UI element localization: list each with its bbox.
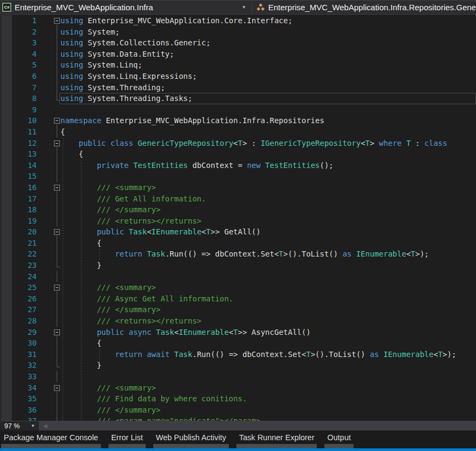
- containing-type-dropdown[interactable]: Enterprise_MVC_WebApplication.Infra.Repo…: [252, 1, 476, 14]
- horizontal-scrollbar[interactable]: ◀: [39, 421, 476, 430]
- code-line[interactable]: 9: [0, 104, 476, 116]
- code-text: [60, 104, 476, 116]
- code-line[interactable]: 1using Enterprise_MVC_WebApplication.Cor…: [0, 15, 476, 26]
- code-line[interactable]: 35 /// Find data by where conitions.: [0, 393, 476, 405]
- code-text: private TestEntities dbContext = new Tes…: [60, 160, 476, 171]
- code-line[interactable]: 3using System.Collections.Generic;: [0, 37, 476, 49]
- panel-tab-error-list[interactable]: Error List: [108, 430, 146, 448]
- code-line[interactable]: 5using System.Linq;: [0, 59, 476, 71]
- code-line[interactable]: 19 /// <returns></returns>: [0, 216, 476, 227]
- vs-editor-window: C# Enterprise_MVC_WebApplication.Infra ▼…: [0, 0, 476, 451]
- code-lines: 1using Enterprise_MVC_WebApplication.Cor…: [0, 15, 476, 421]
- code-text: /// <summary>: [60, 382, 476, 394]
- code-line[interactable]: 23 }: [0, 260, 476, 271]
- code-line[interactable]: 37 /// <param name="predicate"></param>: [0, 415, 476, 421]
- indicator-margin[interactable]: [0, 15, 12, 421]
- scroll-left-arrow-icon[interactable]: ◀: [43, 423, 47, 429]
- code-line[interactable]: 22 return Task.Run(() => dbContext.Set<T…: [0, 248, 476, 260]
- outline-margin: [37, 304, 60, 315]
- panel-tab-underlay: [1, 444, 101, 448]
- code-text: /// Get All information.: [60, 193, 476, 205]
- outline-margin: [37, 393, 60, 405]
- fold-collapse-toggle[interactable]: [37, 327, 60, 338]
- project-dropdown[interactable]: C# Enterprise_MVC_WebApplication.Infra ▼: [0, 1, 251, 14]
- panel-tab-output[interactable]: Output: [324, 430, 353, 448]
- code-text: public class GenericTypeRepository<T> : …: [60, 138, 476, 149]
- panel-tab-label: Package Manager Console: [1, 430, 101, 444]
- code-editor[interactable]: 1using Enterprise_MVC_WebApplication.Cor…: [0, 15, 476, 421]
- code-text: /// <summary>: [60, 182, 476, 193]
- fold-collapse-toggle[interactable]: [37, 382, 60, 394]
- code-text: using System;: [60, 26, 476, 38]
- code-text: using System.Linq.Expressions;: [60, 71, 476, 82]
- csharp-project-icon: C#: [2, 3, 11, 12]
- outline-margin: [37, 171, 60, 182]
- code-line[interactable]: 26 /// Async Get All information.: [0, 293, 476, 305]
- code-line[interactable]: 10namespace Enterprise_MVC_WebApplicatio…: [0, 115, 476, 126]
- code-line[interactable]: 25 /// <summary>: [0, 282, 476, 293]
- project-dropdown-label: Enterprise_MVC_WebApplication.Infra: [15, 3, 153, 12]
- code-line[interactable]: 24: [0, 271, 476, 282]
- chevron-down-icon[interactable]: ▼: [31, 423, 35, 428]
- panel-tab-task-runner-explorer[interactable]: Task Runner Explorer: [236, 430, 317, 448]
- fold-collapse-toggle[interactable]: [37, 115, 60, 126]
- code-line[interactable]: 11{: [0, 126, 476, 138]
- code-line[interactable]: 2using System;: [0, 26, 476, 38]
- code-line[interactable]: 32 }: [0, 360, 476, 371]
- code-line[interactable]: 18 /// </summary>: [0, 204, 476, 216]
- code-text: [60, 171, 476, 182]
- outline-margin: [37, 26, 60, 38]
- code-line[interactable]: 28 /// <returns></returns>: [0, 315, 476, 327]
- outline-margin: [37, 338, 60, 349]
- outline-margin: [37, 293, 60, 305]
- code-line[interactable]: 6using System.Linq.Expressions;: [0, 71, 476, 82]
- code-text: namespace Enterprise_MVC_WebApplication.…: [60, 115, 476, 126]
- code-text: return Task.Run(() => dbContext.Set<T>()…: [60, 248, 476, 260]
- fold-collapse-toggle[interactable]: [37, 182, 60, 193]
- fold-collapse-toggle[interactable]: [37, 282, 60, 293]
- code-line[interactable]: 4using System.Data.Entity;: [0, 49, 476, 60]
- outline-margin: [37, 349, 60, 360]
- editor-bottom-bar: 97 % ▼ ◀: [0, 421, 476, 430]
- zoom-combobox[interactable]: 97 % ▼: [0, 421, 39, 430]
- code-text: [60, 371, 476, 382]
- code-text: using System.Threading;: [60, 82, 476, 93]
- code-line[interactable]: 14 private TestEntities dbContext = new …: [0, 160, 476, 171]
- code-line[interactable]: 16 /// <summary>: [0, 182, 476, 193]
- outline-margin: [37, 49, 60, 60]
- code-line[interactable]: 27 /// </summary>: [0, 304, 476, 315]
- code-text: /// </summary>: [60, 405, 476, 416]
- code-text: public Task<IEnumerable<T>> GetAll(): [60, 226, 476, 238]
- chevron-down-icon[interactable]: ▼: [242, 5, 246, 10]
- panel-tab-web-publish-activity[interactable]: Web Publish Activity: [153, 430, 229, 448]
- code-line[interactable]: 17 /// Get All information.: [0, 193, 476, 205]
- outline-margin: [37, 371, 60, 382]
- code-line[interactable]: 29 public async Task<IEnumerable<T>> Asy…: [0, 327, 476, 338]
- code-line[interactable]: 31 return await Task.Run(() => dbContext…: [0, 349, 476, 360]
- code-line[interactable]: 7using System.Threading;: [0, 82, 476, 93]
- outline-margin: [37, 405, 60, 416]
- code-text: using System.Threading.Tasks;: [60, 93, 476, 104]
- code-line[interactable]: 21 {: [0, 238, 476, 249]
- code-line[interactable]: 8using System.Threading.Tasks;: [0, 93, 476, 104]
- fold-collapse-toggle[interactable]: [37, 138, 60, 149]
- code-text: }: [60, 260, 476, 271]
- navigation-bar: C# Enterprise_MVC_WebApplication.Infra ▼…: [0, 0, 476, 15]
- fold-collapse-toggle[interactable]: [37, 226, 60, 238]
- code-text: /// <returns></returns>: [60, 315, 476, 327]
- code-line[interactable]: 34 /// <summary>: [0, 382, 476, 394]
- code-text: /// <returns></returns>: [60, 216, 476, 227]
- containing-type-dropdown-label: Enterprise_MVC_WebApplication.Infra.Repo…: [268, 3, 476, 12]
- code-line[interactable]: 15: [0, 171, 476, 182]
- code-line[interactable]: 20 public Task<IEnumerable<T>> GetAll(): [0, 226, 476, 238]
- code-line[interactable]: 30 {: [0, 338, 476, 349]
- panel-tab-package-manager-console[interactable]: Package Manager Console: [1, 430, 101, 448]
- code-line[interactable]: 36 /// </summary>: [0, 405, 476, 416]
- outline-margin: [37, 216, 60, 227]
- code-text: {: [60, 126, 476, 138]
- code-text: [60, 271, 476, 282]
- fold-collapse-toggle[interactable]: [37, 15, 60, 26]
- code-line[interactable]: 12 public class GenericTypeRepository<T>…: [0, 138, 476, 149]
- code-line[interactable]: 13 {: [0, 149, 476, 160]
- code-line[interactable]: 33: [0, 371, 476, 382]
